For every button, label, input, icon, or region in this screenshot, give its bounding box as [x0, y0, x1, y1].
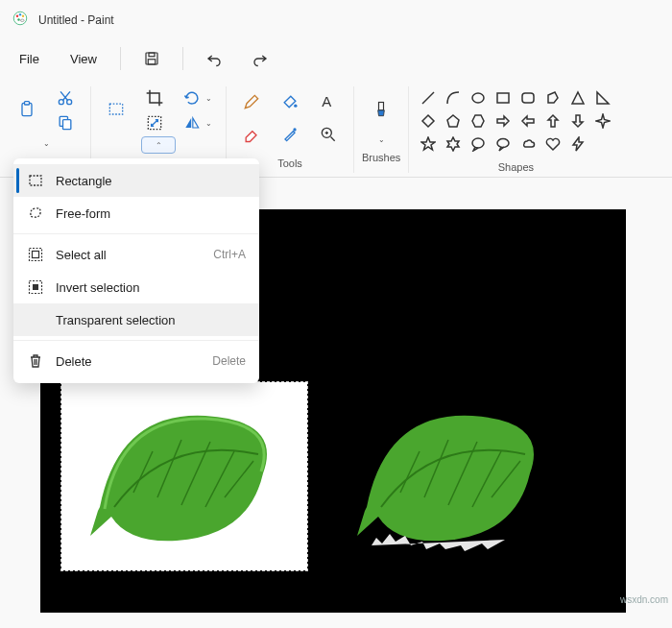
- menu-file[interactable]: File: [10, 46, 49, 72]
- menu-freeform[interactable]: Free-form: [13, 197, 259, 229]
- svg-point-17: [294, 105, 297, 108]
- menu-label: Invert selection: [56, 280, 139, 295]
- svg-rect-31: [33, 284, 38, 290]
- blank-icon: [27, 311, 44, 328]
- svg-rect-28: [30, 249, 42, 261]
- separator: [182, 47, 183, 70]
- svg-point-4: [17, 18, 19, 20]
- undo-button[interactable]: [197, 44, 231, 73]
- shape-lightning[interactable]: [568, 134, 588, 154]
- watermark: wsxdn.com: [620, 594, 668, 605]
- leaf-image-white-bg: [61, 382, 307, 570]
- svg-rect-14: [63, 120, 71, 130]
- shapes-palette: [417, 86, 614, 156]
- save-button[interactable]: [134, 44, 169, 73]
- svg-rect-29: [33, 252, 39, 258]
- svg-point-25: [472, 138, 484, 148]
- titlebar: Untitled - Paint: [0, 0, 672, 40]
- shape-arrow-up[interactable]: [543, 111, 563, 131]
- text-tool[interactable]: A: [311, 86, 346, 117]
- shapes-group: Shapes: [409, 86, 622, 173]
- rotate-button[interactable]: ⌄: [176, 86, 218, 109]
- svg-point-19: [293, 128, 296, 131]
- shape-6star[interactable]: [444, 134, 463, 154]
- eraser-tool[interactable]: [234, 119, 269, 150]
- svg-rect-10: [25, 102, 30, 105]
- cut-button[interactable]: [48, 86, 83, 109]
- shape-heart[interactable]: [543, 134, 563, 154]
- svg-point-1: [16, 15, 18, 17]
- rectangle-select-icon: [27, 172, 44, 189]
- separator: [13, 340, 259, 341]
- shape-callout-oval[interactable]: [493, 134, 513, 154]
- svg-rect-15: [109, 104, 122, 114]
- selection-rect[interactable]: [61, 382, 307, 570]
- shape-curve[interactable]: [444, 88, 463, 108]
- brushes-group: ⌄ Brushes: [354, 86, 409, 173]
- shape-rounded-rect[interactable]: [518, 88, 538, 108]
- svg-rect-7: [149, 53, 155, 57]
- shape-arrow-down[interactable]: [568, 111, 588, 131]
- svg-text:A: A: [322, 93, 331, 109]
- select-dropdown[interactable]: ⌃: [141, 136, 176, 154]
- magnifier-tool[interactable]: [311, 119, 346, 150]
- menu-view[interactable]: View: [60, 46, 107, 72]
- select-button[interactable]: [99, 86, 133, 133]
- menu-delete[interactable]: Delete Delete: [13, 345, 259, 377]
- window-title: Untitled - Paint: [38, 13, 114, 27]
- svg-rect-24: [522, 93, 534, 103]
- shape-rectangle[interactable]: [493, 88, 513, 108]
- svg-point-5: [20, 19, 24, 21]
- shape-5star[interactable]: [419, 134, 438, 154]
- paste-button[interactable]: [10, 86, 44, 133]
- separator: [120, 47, 121, 70]
- menubar: File View: [0, 40, 672, 81]
- brush-dropdown[interactable]: ⌄: [364, 133, 398, 146]
- paste-dropdown[interactable]: ⌄: [29, 136, 63, 150]
- svg-rect-8: [148, 60, 156, 64]
- copy-button[interactable]: [48, 111, 83, 134]
- menu-rectangle[interactable]: Rectangle: [13, 164, 259, 197]
- svg-point-26: [497, 139, 509, 148]
- menu-label: Delete: [56, 354, 92, 369]
- shape-line[interactable]: [419, 88, 438, 108]
- svg-point-2: [19, 13, 21, 15]
- leaf-image-transparent: [328, 382, 574, 570]
- menu-label: Select all: [56, 248, 107, 262]
- shape-arrow-left[interactable]: [518, 111, 538, 131]
- resize-button[interactable]: [137, 111, 172, 134]
- select-all-icon: [27, 246, 44, 263]
- menu-transparent-selection[interactable]: Transparent selection: [13, 303, 259, 336]
- fill-tool[interactable]: [273, 86, 307, 117]
- shapes-label: Shapes: [498, 161, 534, 173]
- shape-oval[interactable]: [468, 88, 488, 108]
- pencil-tool[interactable]: [234, 86, 269, 117]
- tools-label: Tools: [277, 157, 302, 169]
- menu-label: Rectangle: [56, 174, 112, 188]
- accelerator: Delete: [212, 354, 246, 368]
- menu-invert-selection[interactable]: Invert selection: [13, 271, 259, 303]
- shape-callout-cloud[interactable]: [518, 134, 538, 154]
- flip-button[interactable]: ⌄: [176, 111, 218, 134]
- shape-hexagon[interactable]: [468, 111, 488, 131]
- brush-button[interactable]: [364, 86, 398, 133]
- separator: [13, 233, 259, 234]
- invert-selection-icon: [27, 278, 44, 296]
- color-picker-tool[interactable]: [273, 119, 307, 150]
- crop-button[interactable]: [137, 86, 172, 109]
- shape-arrow-right[interactable]: [493, 111, 513, 131]
- shape-callout-rounded[interactable]: [468, 134, 488, 154]
- shape-triangle[interactable]: [568, 88, 588, 108]
- brushes-label: Brushes: [362, 152, 400, 163]
- shape-polygon[interactable]: [543, 88, 563, 108]
- redo-button[interactable]: [243, 44, 277, 73]
- svg-point-3: [22, 15, 24, 17]
- accelerator: Ctrl+A: [213, 248, 246, 261]
- shape-diamond[interactable]: [419, 111, 438, 131]
- shape-pentagon[interactable]: [444, 111, 463, 131]
- menu-select-all[interactable]: Select all Ctrl+A: [13, 238, 259, 271]
- shape-4star[interactable]: [593, 111, 612, 131]
- svg-rect-21: [379, 103, 384, 110]
- shape-right-triangle[interactable]: [593, 88, 612, 108]
- app-icon: [12, 10, 29, 31]
